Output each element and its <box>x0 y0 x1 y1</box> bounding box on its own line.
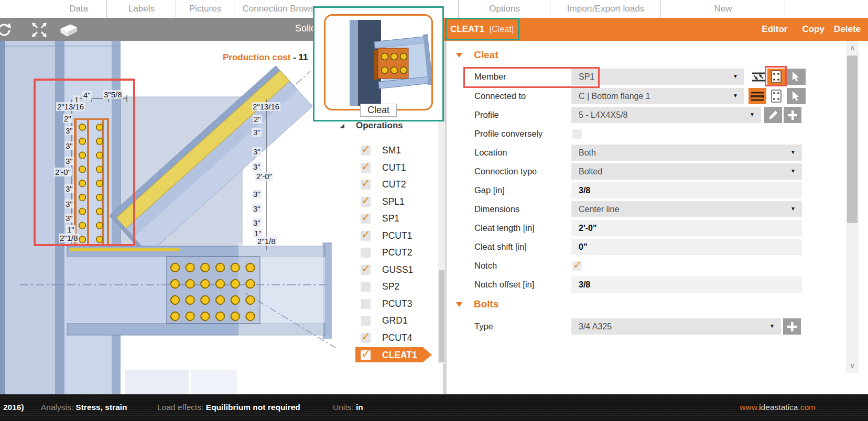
op-checkbox[interactable] <box>361 214 371 224</box>
analysis-value: Stress, strain <box>75 403 127 412</box>
tab-import-export-loads[interactable]: Import/Export loads <box>550 0 661 18</box>
cleat-bolt-column <box>74 120 108 247</box>
profile-conversely-checkbox[interactable] <box>572 129 582 139</box>
op-checkbox[interactable] <box>361 248 371 258</box>
op-item-sp1[interactable]: SP1 <box>361 212 399 225</box>
op-item-pcut1[interactable]: PCUT1 <box>361 229 412 242</box>
notch-checkbox[interactable] <box>572 261 582 271</box>
bolt-plate-icon-active[interactable] <box>767 69 785 85</box>
op-item-pcut4[interactable]: PCUT4 <box>361 331 412 345</box>
edit-profile-pencil-icon[interactable] <box>764 107 782 123</box>
tree-expander-icon[interactable] <box>340 124 344 128</box>
op-item-pcut2[interactable]: PCUT2 <box>361 246 412 259</box>
cleat-shift-input[interactable]: 0" <box>571 239 802 255</box>
operations-scrollbar-thumb[interactable] <box>439 270 444 362</box>
production-cost-label: Production cost <box>223 52 290 62</box>
dim-label: 3" <box>64 184 74 193</box>
rotate-view-icon[interactable] <box>0 21 13 41</box>
op-checkbox[interactable] <box>361 316 371 326</box>
tab-pictures[interactable]: Pictures <box>176 0 234 18</box>
pick-member-cursor-icon[interactable] <box>787 69 806 85</box>
operations-header[interactable]: Operations <box>340 120 403 131</box>
dim-label: 2"13/16 <box>252 102 280 111</box>
bolts-section-header[interactable]: Bolts <box>456 298 499 310</box>
gap-input[interactable]: 3/8 <box>571 182 802 198</box>
op-item-cut2[interactable]: CUT2 <box>361 178 406 191</box>
bolt-plate-icon[interactable] <box>767 88 785 104</box>
tab-data[interactable]: Data <box>51 0 106 18</box>
op-checkbox[interactable] <box>361 333 371 343</box>
cleat-section-header[interactable]: Cleat <box>456 49 498 61</box>
dim-label: 3"5/8 <box>103 90 123 99</box>
op-item-cut1[interactable]: CUT1 <box>361 161 406 174</box>
member-value: SP1 <box>579 72 594 82</box>
location-select[interactable]: Both <box>571 145 802 161</box>
op-checkbox[interactable] <box>361 231 371 241</box>
op-item-guss1[interactable]: GUSS1 <box>361 263 413 276</box>
dim-label: 2" <box>253 115 262 124</box>
dimensions-select[interactable]: Center line <box>571 201 802 217</box>
units-value: in <box>356 403 363 412</box>
fit-view-icon[interactable] <box>30 21 48 41</box>
tab-label: Options <box>489 4 520 14</box>
cleat-popup-label: Cleat <box>360 104 397 117</box>
profile-select[interactable]: 5 - L4X4X5/8 <box>571 107 761 123</box>
op-checkbox[interactable] <box>361 180 371 190</box>
op-checkbox[interactable] <box>361 265 371 275</box>
op-item-pcut3[interactable]: PCUT3 <box>361 297 412 311</box>
cleat-length-input[interactable]: 2'-0" <box>571 220 802 236</box>
collapse-triangle-icon[interactable] <box>456 53 462 58</box>
cleat-thumbnail-image <box>326 16 431 109</box>
dim-label: 3" <box>252 147 262 156</box>
cleat-thumbnail-card[interactable] <box>324 14 433 110</box>
flange-icon-active[interactable] <box>748 88 766 104</box>
tab-options[interactable]: Options <box>458 0 550 18</box>
panel-scrollbar-thumb[interactable] <box>847 56 858 223</box>
op-item-cleat1[interactable]: CLEAT1 <box>361 348 417 362</box>
member-select[interactable]: SP1 <box>571 69 744 85</box>
website-link[interactable]: www.ideastatica.com <box>740 403 816 412</box>
connected-to-select[interactable]: C | Bottom flange 1 <box>571 88 744 104</box>
collapse-triangle-icon[interactable] <box>456 302 462 307</box>
dimensions-value: Center line <box>579 205 619 214</box>
operation-type: [Cleat] <box>490 25 514 34</box>
op-item-spl1[interactable]: SPL1 <box>361 195 405 208</box>
op-item-sm1[interactable]: SM1 <box>361 143 401 157</box>
op-checkbox[interactable] <box>361 350 371 360</box>
op-checkbox[interactable] <box>361 282 371 292</box>
op-item-sp2[interactable]: SP2 <box>361 280 399 293</box>
copy-button[interactable]: Copy <box>802 24 824 35</box>
bolt-type-select[interactable]: 3/4 A325 <box>571 318 781 335</box>
panel-scrollbar[interactable]: ∧ ∨ <box>846 41 859 373</box>
dim-label: 2'-0" <box>255 172 273 181</box>
tab-labels[interactable]: Labels <box>106 0 176 18</box>
add-bolt-type-plus-icon[interactable] <box>783 318 801 335</box>
member-direction-icon[interactable] <box>750 69 767 85</box>
notch-offset-input[interactable]: 3/8 <box>571 276 802 293</box>
tab-label: Pictures <box>189 4 221 14</box>
production-cost: Production cost - 11 <box>223 52 308 63</box>
op-checkbox[interactable] <box>361 299 371 309</box>
profile-conversely-label: Profile conversely <box>474 126 542 142</box>
editor-button[interactable]: Editor <box>762 24 787 35</box>
connection-type-value: Bolted <box>579 167 602 176</box>
dim-label: 2"1/8 <box>59 234 79 242</box>
scroll-down-icon[interactable]: ∨ <box>846 361 859 370</box>
operation-header-bar: CLEAT1 [Cleat] Editor Copy Delete <box>443 18 868 41</box>
load-effects-value: Equilibrium not required <box>206 403 300 412</box>
connection-type-select[interactable]: Bolted <box>571 163 802 180</box>
tab-label: Import/Export loads <box>567 4 644 14</box>
add-profile-plus-icon[interactable] <box>784 107 801 123</box>
operations-scrollbar[interactable] <box>438 121 445 363</box>
op-checkbox[interactable] <box>361 146 371 156</box>
solid-box-icon[interactable] <box>59 23 79 39</box>
scroll-up-icon[interactable]: ∧ <box>846 43 859 52</box>
operation-title: CLEAT1 <box>450 24 484 35</box>
op-checkbox[interactable] <box>361 163 371 173</box>
pick-plate-cursor-icon[interactable] <box>787 88 806 104</box>
op-item-grd1[interactable]: GRD1 <box>361 314 408 327</box>
op-checkbox[interactable] <box>361 197 371 207</box>
delete-button[interactable]: Delete <box>834 24 861 35</box>
tab-new[interactable]: New <box>660 0 785 18</box>
dim-label: 2" <box>63 114 72 123</box>
